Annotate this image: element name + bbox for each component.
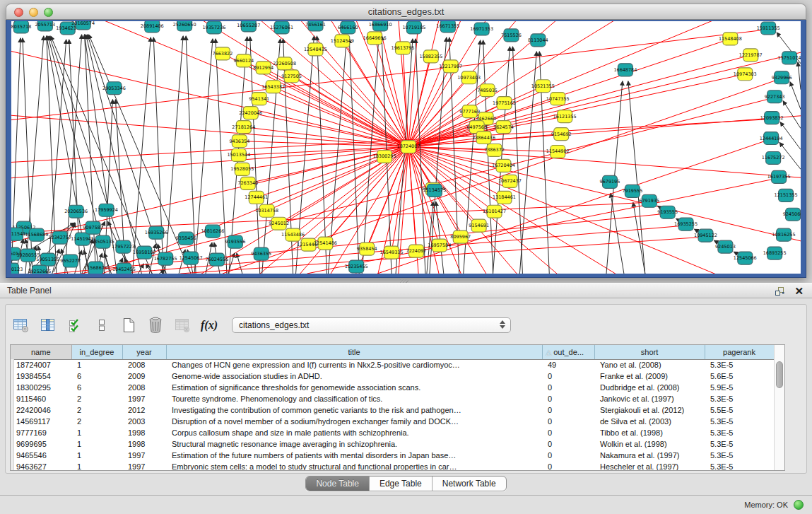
cell-pagerank[interactable]: 5.3E-5 (705, 427, 774, 438)
table-row[interactable]: 969969511998Structural magnetic resonanc… (11, 438, 774, 450)
graph-node[interactable]: 7919555 (622, 185, 642, 197)
graph-node[interactable]: 9154692 (551, 128, 572, 141)
table-row[interactable]: 977716911998Corpus callosum shape and si… (11, 427, 774, 438)
graph-node[interactable]: 15276061 (270, 21, 293, 34)
cell-pagerank[interactable]: 5.3E-5 (705, 438, 774, 450)
cell-in-degree[interactable]: 1 (71, 427, 122, 438)
cell-year[interactable]: 2012 (122, 404, 166, 416)
graph-node[interactable]: 10719185 (402, 21, 425, 34)
graph-node[interactable]: 7263340 (237, 177, 258, 189)
graph-node[interactable]: 6466160 (338, 21, 358, 34)
cell-title[interactable]: Estimation of the future numbers of pati… (166, 450, 542, 461)
graph-node[interactable]: 11548408 (719, 33, 742, 45)
table-row[interactable]: 946554611997Estimation of the future num… (11, 450, 774, 461)
table-row[interactable]: 1456911722003Disruption of a novel membe… (11, 416, 774, 427)
cell-year[interactable]: 1997 (122, 393, 166, 404)
cell-name[interactable]: 18300295 (11, 382, 71, 393)
cell-short[interactable]: Stergiakouli et al. (2012) (594, 404, 705, 416)
table-scrollbar[interactable] (774, 345, 784, 470)
column-header-pagerank[interactable]: pagerank (705, 345, 774, 359)
graph-node[interactable]: 9097587 (83, 221, 103, 234)
graph-node[interactable]: 17959924 (95, 204, 118, 216)
graph-node[interactable]: 16971353 (470, 23, 493, 35)
graph-node[interactable]: 19252665 (28, 265, 51, 274)
graph-node[interactable]: 9358456 (176, 232, 196, 245)
graph-node[interactable]: 76024555 (205, 253, 228, 266)
cell-name[interactable]: 14569117 (11, 416, 71, 427)
graph-node[interactable]: 10816255 (772, 228, 796, 241)
cell-name[interactable]: 9699695 (11, 438, 71, 450)
column-header-title[interactable]: title (166, 345, 542, 359)
graph-node[interactable]: 3624574 (493, 121, 514, 134)
cell-in-degree[interactable]: 2 (71, 393, 122, 404)
cell-title[interactable]: Estimation of significance thresholds fo… (166, 382, 542, 393)
cell-out-degree[interactable]: 0 (542, 404, 594, 416)
cell-title[interactable]: Corpus callosum shape and size in male p… (166, 427, 542, 438)
scrollbar-thumb[interactable] (776, 361, 783, 388)
graph-node[interactable]: 9227343 (765, 90, 785, 103)
graph-node[interactable]: 9245013 (715, 240, 736, 253)
cell-year[interactable]: 2003 (122, 416, 166, 427)
zoom-window-icon[interactable] (44, 8, 53, 17)
graph-node[interactable]: 2055713 (35, 21, 55, 31)
graph-node[interactable]: 10314758 (255, 204, 278, 217)
memory-status-icon[interactable] (794, 500, 804, 510)
graph-node[interactable]: 9541341 (249, 93, 269, 105)
graph-node[interactable]: 11543486 (281, 228, 305, 241)
cell-name[interactable]: 9777169 (11, 427, 71, 438)
graph-node[interactable]: 20891406 (141, 21, 164, 33)
column-header-out-degree[interactable]: △out_de... (542, 345, 594, 359)
graph-node[interactable]: 16648784 (613, 64, 637, 76)
graph-node[interactable]: 12744461 (245, 191, 268, 204)
float-panel-icon[interactable] (774, 285, 785, 298)
cell-out-degree[interactable]: 0 (542, 382, 594, 393)
graph-node[interactable]: 12444194 (760, 132, 783, 145)
graph-node[interactable]: 7485035 (477, 84, 498, 97)
cell-title[interactable]: Changes of HCN gene expression and I(f) … (166, 359, 542, 370)
cell-out-degree[interactable]: 0 (542, 416, 594, 427)
table-mode-icon[interactable] (11, 315, 31, 335)
graph-node[interactable]: 9660124 (233, 54, 254, 67)
tab-node-table[interactable]: Node Table (306, 477, 370, 491)
cell-year[interactable]: 2009 (122, 370, 166, 382)
graph-node[interactable]: 10747355 (546, 93, 570, 105)
cell-pagerank[interactable]: 5.3E-5 (705, 416, 774, 427)
close-window-icon[interactable] (14, 8, 23, 17)
column-header-short[interactable]: short (594, 345, 705, 359)
graph-node[interactable]: 16958107 (133, 246, 156, 259)
show-column-icon[interactable] (38, 315, 58, 335)
window-titlebar[interactable]: citations_edges.txt (6, 4, 806, 20)
cell-short[interactable]: Jankovic et al. (1997) (594, 393, 705, 404)
cell-pagerank[interactable]: 5.6E-5 (705, 370, 774, 382)
cell-name[interactable]: 9465546 (11, 450, 71, 461)
delete-column-icon[interactable] (146, 315, 165, 335)
network-view[interactable]: 8035718205571319346236201605742089140625… (11, 21, 801, 274)
graph-node[interactable]: 8095967 (450, 230, 471, 243)
graph-node[interactable]: 9436354 (229, 135, 249, 148)
graph-node[interactable]: 25260650 (173, 21, 196, 31)
graph-node[interactable]: 7386372 (484, 144, 505, 157)
graph-node[interactable]: 12151355 (775, 189, 798, 201)
graph-node[interactable]: 72450123 (11, 263, 23, 274)
cell-in-degree[interactable]: 1 (71, 359, 122, 370)
cell-title[interactable]: Structural magnetic resonance image aver… (166, 438, 542, 450)
graph-node[interactable]: 7515526 (501, 29, 522, 42)
cell-short[interactable]: Tibbo et al. (1998) (594, 427, 705, 438)
graph-node[interactable]: 9154691 (469, 219, 489, 232)
graph-node[interactable]: 16649696 (363, 32, 387, 45)
graph-node[interactable]: 8035718 (11, 21, 31, 33)
graph-node[interactable]: 15882355 (419, 50, 442, 63)
graph-node[interactable]: 9245066 (783, 208, 801, 221)
graph-node[interactable]: 19357236 (203, 21, 226, 34)
cell-short[interactable]: Yano et al. (2008) (594, 359, 705, 370)
cell-name[interactable]: 19384554 (11, 370, 71, 382)
graph-node[interactable]: 9358454 (357, 243, 377, 255)
graph-node[interactable]: 16101427 (483, 205, 506, 218)
cell-out-degree[interactable]: 0 (542, 461, 594, 471)
close-panel-icon[interactable]: ✕ (794, 285, 804, 298)
table-row[interactable]: 2242004622012Investigating the contribut… (11, 404, 774, 416)
graph-node[interactable]: 9193555 (657, 206, 678, 218)
function-builder-icon[interactable]: f(x) (199, 315, 219, 335)
graph-node[interactable]: 9679195 (600, 175, 620, 188)
select-columns-icon[interactable] (65, 315, 85, 335)
